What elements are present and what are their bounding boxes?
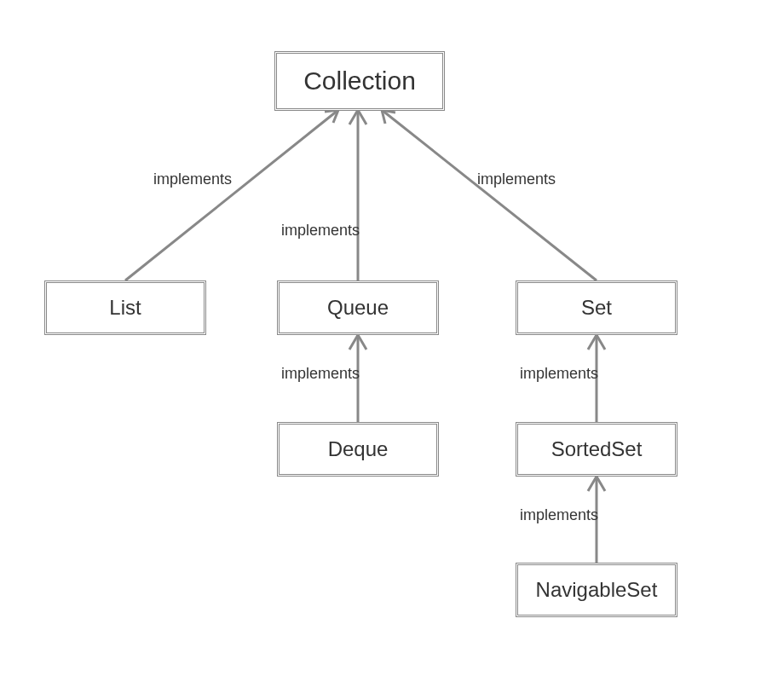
node-list: List	[44, 280, 206, 335]
edge-label-queue-collection: implements	[281, 222, 360, 240]
arrowhead	[325, 110, 338, 123]
node-label: Collection	[303, 66, 416, 95]
edge-label-deque-queue: implements	[281, 365, 360, 383]
arrowhead	[588, 477, 605, 491]
node-sortedset: SortedSet	[516, 422, 677, 477]
node-deque: Deque	[277, 422, 439, 477]
hierarchy-diagram: Collection List Queue Set Deque SortedSe…	[0, 0, 784, 682]
edge-list-collection	[125, 110, 338, 280]
node-label: Deque	[328, 437, 389, 461]
node-label: SortedSet	[551, 437, 643, 461]
node-navigableset: NavigableSet	[516, 563, 677, 617]
node-collection: Collection	[274, 51, 445, 111]
node-set: Set	[516, 280, 677, 335]
arrowhead	[588, 335, 605, 350]
node-label: NavigableSet	[536, 578, 658, 602]
node-label: Set	[581, 296, 612, 320]
edge-label-set-collection: implements	[477, 170, 556, 188]
edge-label-list-collection: implements	[153, 170, 232, 188]
arrowhead	[349, 110, 366, 124]
edge-label-sortedset-set: implements	[520, 365, 598, 383]
node-queue: Queue	[277, 280, 439, 335]
arrowhead	[349, 335, 366, 350]
edge-set-collection	[382, 110, 597, 280]
edge-label-navigableset-sortedset: implements	[520, 506, 598, 524]
arrowhead	[382, 110, 395, 124]
node-label: Queue	[327, 296, 389, 320]
node-label: List	[109, 296, 141, 320]
